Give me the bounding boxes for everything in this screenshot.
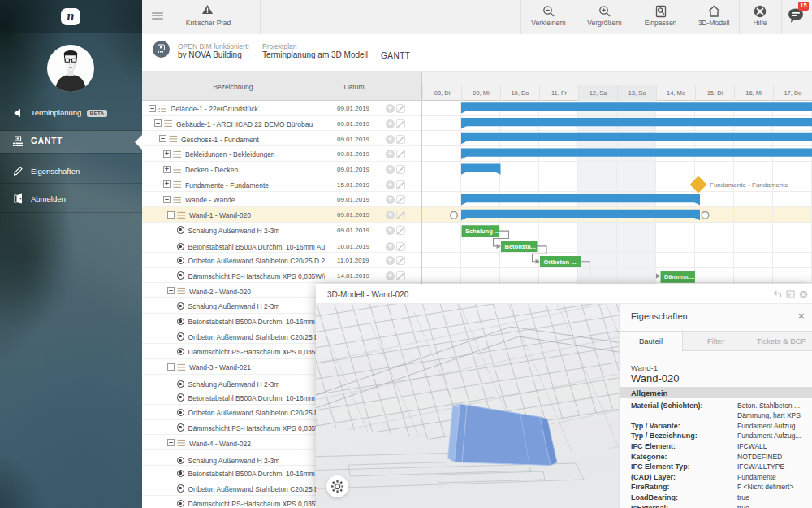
svg-text:Schalung ...: Schalung ... [465,228,499,235]
svg-text:Ortbeton ...: Ortbeton ... [544,258,577,266]
svg-text:Fundamente - Fundamente: Fundamente - Fundamente [710,181,788,189]
svg-text:Dämmsc...: Dämmsc... [664,273,695,280]
svg-text:Betonsta...: Betonsta... [505,243,536,250]
